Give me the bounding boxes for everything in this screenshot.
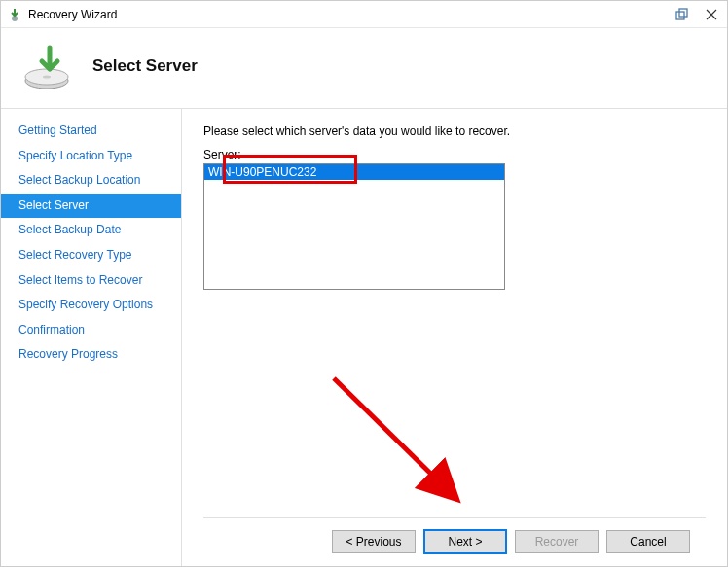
close-icon[interactable]: [702, 5, 721, 24]
step-select-server[interactable]: Select Server: [1, 194, 181, 219]
app-icon: [7, 7, 22, 22]
previous-button[interactable]: < Previous: [332, 530, 416, 553]
step-getting-started[interactable]: Getting Started: [1, 119, 181, 144]
step-specify-location-type[interactable]: Specify Location Type: [1, 144, 181, 169]
instruction-text: Please select which server's data you wo…: [203, 124, 706, 138]
recover-button: Recover: [515, 530, 599, 553]
cancel-button[interactable]: Cancel: [606, 530, 690, 553]
step-specify-recovery-options[interactable]: Specify Recovery Options: [1, 293, 181, 318]
server-listbox[interactable]: WIN-U90PENUC232: [203, 163, 505, 290]
titlebar: Recovery Wizard: [1, 1, 727, 28]
content-area: Getting Started Specify Location Type Se…: [1, 109, 727, 567]
step-select-backup-location[interactable]: Select Backup Location: [1, 168, 181, 194]
step-select-recovery-type[interactable]: Select Recovery Type: [1, 243, 181, 268]
svg-rect-2: [679, 9, 687, 17]
window-title: Recovery Wizard: [28, 8, 663, 21]
svg-point-5: [43, 76, 51, 79]
server-field-label: Server:: [203, 148, 706, 161]
page-title: Select Server: [92, 56, 198, 76]
step-recovery-progress[interactable]: Recovery Progress: [1, 342, 181, 368]
disc-icon: [20, 42, 73, 90]
next-button[interactable]: Next >: [423, 529, 507, 554]
step-select-items-to-recover[interactable]: Select Items to Recover: [1, 268, 181, 294]
server-list-item[interactable]: WIN-U90PENUC232: [204, 164, 504, 180]
main-panel: Please select which server's data you wo…: [182, 109, 727, 567]
wizard-header: Select Server: [1, 28, 727, 108]
step-confirmation[interactable]: Confirmation: [1, 318, 181, 343]
wizard-steps: Getting Started Specify Location Type Se…: [1, 109, 182, 567]
svg-rect-1: [676, 12, 684, 19]
wizard-footer: < Previous Next > Recover Cancel: [203, 517, 706, 564]
step-select-backup-date[interactable]: Select Backup Date: [1, 218, 181, 243]
restore-icon[interactable]: [673, 5, 692, 24]
